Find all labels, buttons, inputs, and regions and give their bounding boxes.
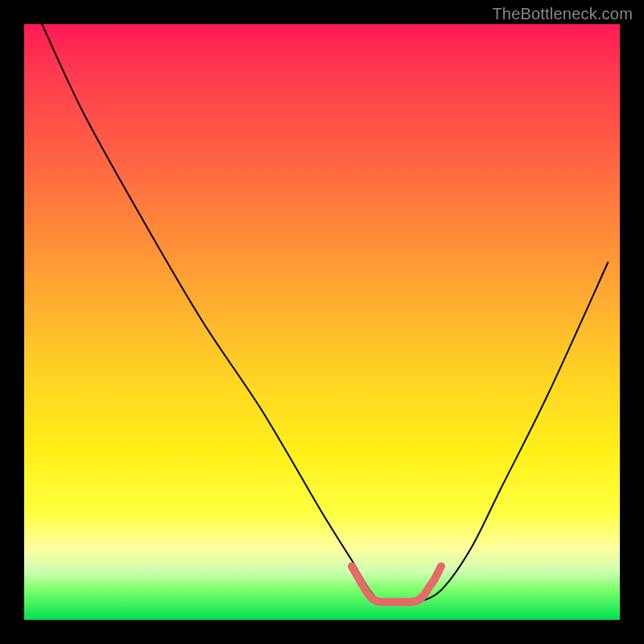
bottleneck-curve-path [42, 24, 608, 603]
valley-marker-path [352, 566, 441, 601]
plot-area [24, 24, 620, 620]
chart-svg [24, 24, 620, 620]
watermark-text: TheBottleneck.com [492, 5, 633, 23]
